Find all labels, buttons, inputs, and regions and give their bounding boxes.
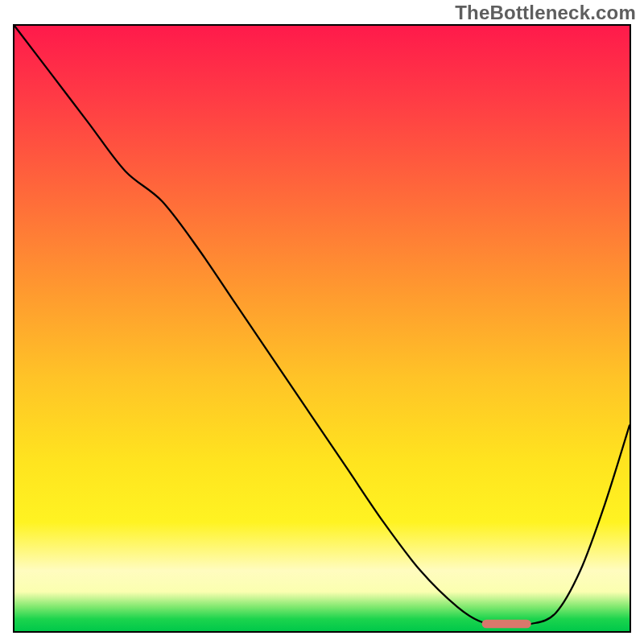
figure: TheBottleneck.com [0, 0, 644, 644]
plot-frame [13, 24, 631, 633]
plot-overlay [14, 26, 630, 631]
bottleneck-curve [14, 26, 630, 625]
optimal-marker [482, 620, 531, 629]
watermark-text: TheBottleneck.com [455, 2, 636, 24]
